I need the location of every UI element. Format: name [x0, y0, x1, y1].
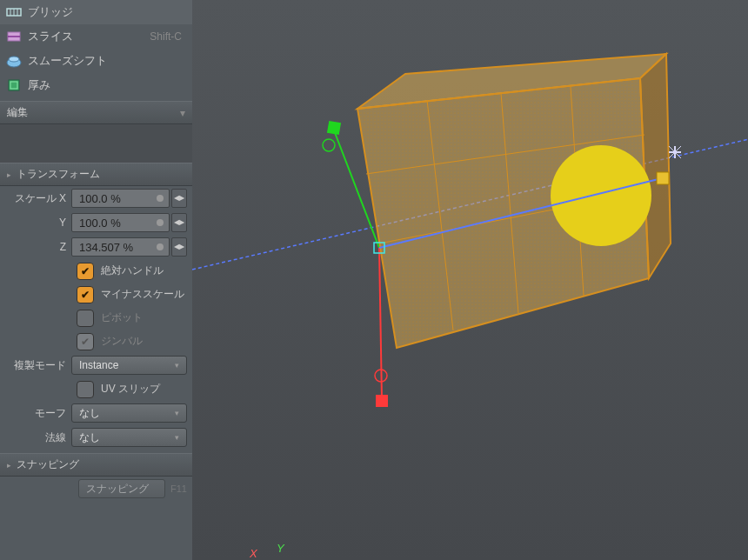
axis-x-label: X [250, 547, 257, 560]
tool-smooth-shift[interactable]: スムーズシフト [0, 49, 192, 73]
morph-row: モーフ なし ▾ [0, 401, 192, 425]
shortcut-label: F11 [165, 483, 187, 494]
tool-bridge[interactable]: ブリッジ [0, 0, 192, 24]
tool-slice[interactable]: スライス Shift-C [0, 24, 192, 49]
sphere-object[interactable] [551, 145, 651, 246]
bridge-icon [5, 3, 23, 21]
scale-x-input[interactable]: 100.0 % [71, 189, 170, 208]
spinner-icon[interactable]: ◀▶ [171, 237, 187, 257]
normal-row: 法線 なし ▾ [0, 425, 192, 450]
field-label: スケール X [0, 191, 71, 206]
select-value: スナッピング [86, 482, 149, 497]
dropdown-icon: ▾ [180, 107, 185, 119]
keyframe-dot-icon[interactable] [157, 243, 164, 250]
tool-label: ブリッジ [28, 4, 73, 20]
pivot-row: ピボット [0, 306, 192, 330]
header-label: スナッピング [17, 457, 79, 472]
header-label: 編集 [7, 105, 28, 120]
slice-icon [5, 28, 23, 45]
minus-scale-row: マイナススケール [0, 283, 192, 306]
check-label: UV スリップ [101, 382, 160, 397]
sidebar-gap [0, 124, 192, 163]
tool-thickness[interactable]: 厚み [0, 73, 192, 97]
check-label: ジンバル [101, 334, 143, 349]
check-label: ピボット [101, 310, 143, 325]
snapping-row: スナッピング F11 [0, 477, 192, 501]
thickness-icon [5, 77, 23, 94]
transform-header[interactable]: ▸ トランスフォーム [0, 163, 192, 186]
dup-mode-row: 複製モード Instance ▾ [0, 353, 192, 377]
tool-sidebar: ブリッジ スライス Shift-C スムーズシフト 厚み 編集 ▾ ▸ トランス… [0, 0, 192, 560]
gimbal-row: ジンバル [0, 330, 192, 353]
smooth-icon [5, 52, 23, 70]
dropdown-icon: ▾ [175, 361, 179, 370]
scale-y-row: Y 100.0 % ◀▶ [0, 210, 192, 235]
gizmo-y-handle[interactable] [327, 121, 341, 135]
uv-slip-row: UV スリップ [0, 377, 192, 401]
keyframe-dot-icon[interactable] [157, 219, 164, 226]
snapping-select[interactable]: スナッピング [78, 479, 165, 498]
scale-y-input[interactable]: 100.0 % [71, 213, 170, 232]
crosshair-cursor-icon [669, 146, 681, 158]
tool-label: スムーズシフト [28, 53, 107, 69]
svg-point-7 [9, 57, 19, 62]
pivot-checkbox[interactable] [77, 310, 94, 327]
field-label: Y [0, 217, 71, 229]
minus-scale-checkbox[interactable] [77, 286, 94, 303]
field-label: 法線 [0, 430, 71, 445]
3d-viewport[interactable]: Y X [192, 0, 748, 560]
check-label: 絶対ハンドル [101, 263, 164, 278]
dup-mode-select[interactable]: Instance ▾ [71, 356, 187, 375]
select-value: なし [79, 406, 100, 421]
uv-slip-checkbox[interactable] [77, 381, 94, 398]
normal-select[interactable]: なし ▾ [71, 428, 187, 447]
field-value: 100.0 % [76, 192, 157, 205]
spinner-icon[interactable]: ◀▶ [171, 189, 187, 208]
scale-z-input[interactable]: 134.507 % [71, 237, 170, 257]
axis-y-label: Y [277, 542, 284, 555]
absolute-handle-row: 絶対ハンドル [0, 259, 192, 283]
disclosure-icon: ▸ [7, 170, 11, 179]
gizmo-x-handle[interactable] [376, 395, 388, 407]
select-value: なし [79, 430, 100, 445]
snapping-header[interactable]: ▸ スナッピング [0, 453, 192, 477]
tool-label: スライス [28, 29, 73, 44]
tool-label: 厚み [28, 77, 50, 93]
shortcut-label: Shift-C [150, 30, 187, 43]
edit-header[interactable]: 編集 ▾ [0, 101, 192, 124]
absolute-handle-checkbox[interactable] [77, 263, 94, 280]
field-label: モーフ [0, 406, 71, 421]
dropdown-icon: ▾ [175, 409, 179, 417]
spinner-icon[interactable]: ◀▶ [171, 213, 187, 232]
select-value: Instance [79, 359, 118, 371]
disclosure-icon: ▸ [7, 461, 11, 470]
field-value: 100.0 % [76, 217, 157, 230]
field-value: 134.507 % [76, 241, 157, 254]
gimbal-checkbox[interactable] [77, 333, 94, 350]
gizmo-z-handle[interactable] [657, 172, 669, 184]
scale-z-row: Z 134.507 % ◀▶ [0, 235, 192, 259]
gizmo-y-ring-icon[interactable] [323, 139, 335, 151]
scale-x-row: スケール X 100.0 % ◀▶ [0, 186, 192, 210]
dropdown-icon: ▾ [175, 433, 179, 442]
gizmo-x-axis[interactable] [379, 248, 382, 400]
field-label: Z [0, 241, 71, 253]
field-label: 複製モード [0, 358, 71, 373]
keyframe-dot-icon[interactable] [157, 195, 164, 202]
morph-select[interactable]: なし ▾ [71, 403, 187, 423]
check-label: マイナススケール [101, 287, 184, 302]
header-label: トランスフォーム [17, 167, 100, 182]
